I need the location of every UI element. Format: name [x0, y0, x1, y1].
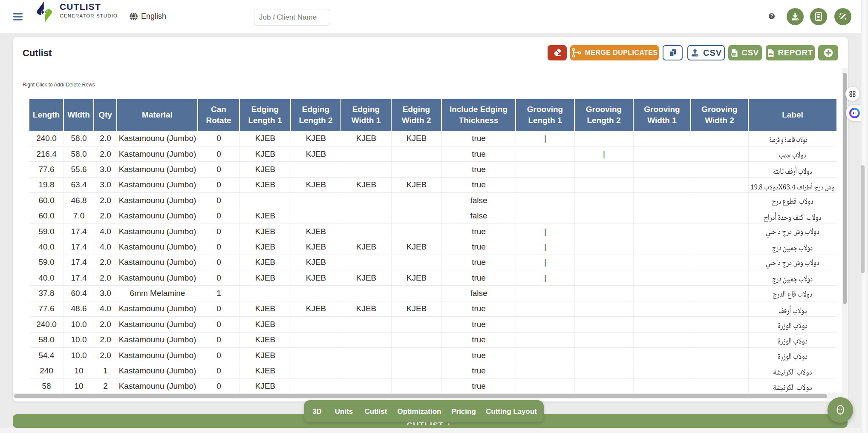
svg-text:CSV: CSV	[732, 53, 736, 55]
